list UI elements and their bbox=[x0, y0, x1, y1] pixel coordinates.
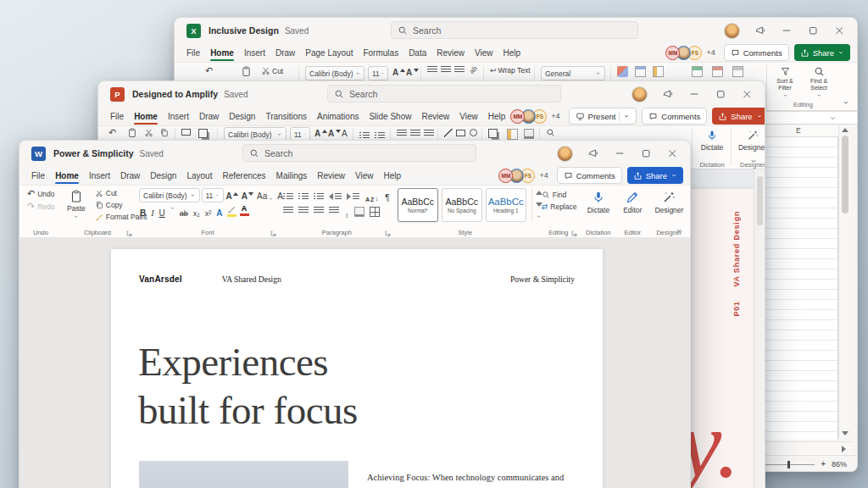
decrease-indent-button[interactable] bbox=[329, 190, 342, 203]
share-button[interactable]: Share bbox=[627, 167, 683, 184]
tab-view[interactable]: View bbox=[454, 107, 483, 125]
paste-button[interactable] bbox=[241, 66, 252, 77]
ppt-search-input[interactable] bbox=[349, 89, 554, 99]
grow-font-button[interactable]: A bbox=[225, 188, 239, 202]
ribbon-collapse-chevron[interactable] bbox=[675, 226, 683, 235]
align-right-button[interactable] bbox=[314, 207, 324, 214]
tab-home[interactable]: Home bbox=[129, 107, 163, 125]
tab-review[interactable]: Review bbox=[312, 166, 350, 185]
numbering-button[interactable] bbox=[298, 190, 309, 203]
shrink-font-button[interactable]: A bbox=[405, 66, 420, 80]
tab-home[interactable]: Home bbox=[205, 43, 239, 62]
tab-animations[interactable]: Animations bbox=[312, 107, 364, 125]
tab-help[interactable]: Help bbox=[498, 43, 526, 62]
replace-button[interactable]: ⇄Replace bbox=[540, 202, 577, 212]
scroll-down-arrow[interactable] bbox=[842, 431, 849, 435]
dictate-button[interactable]: Dictate bbox=[698, 129, 726, 152]
designer-button[interactable]: Designer bbox=[737, 129, 765, 152]
document-page[interactable]: VanArsdel VA Shared Design Power & Simpl… bbox=[111, 249, 603, 488]
orientation-button[interactable]: ab bbox=[470, 66, 477, 74]
comments-button[interactable]: Comments bbox=[642, 108, 707, 125]
align-right-button[interactable] bbox=[424, 130, 434, 137]
arrange-button[interactable] bbox=[488, 129, 498, 138]
ribbon-collapse-chevron[interactable] bbox=[842, 98, 850, 107]
editor-button[interactable]: Editor bbox=[620, 190, 645, 215]
tab-home[interactable]: Home bbox=[50, 166, 84, 185]
clear-formatting-button[interactable]: A bbox=[341, 127, 348, 141]
line-spacing-button[interactable]: ↕ bbox=[344, 207, 349, 220]
dictate-button[interactable]: Dictate bbox=[584, 190, 613, 215]
bullets-button[interactable] bbox=[283, 190, 293, 203]
align-center-button[interactable] bbox=[410, 130, 420, 137]
collaborator-badge[interactable]: MM bbox=[510, 109, 525, 124]
sort-filter-button[interactable]: Sort & Filter bbox=[771, 66, 799, 98]
tab-draw[interactable]: Draw bbox=[194, 107, 224, 125]
share-button[interactable]: Share bbox=[712, 108, 765, 125]
font-size-select[interactable]: 11 bbox=[368, 66, 388, 80]
shrink-font-button[interactable]: A bbox=[241, 188, 254, 202]
dialog-launcher-icon[interactable] bbox=[571, 230, 577, 236]
format-cells-button[interactable] bbox=[732, 66, 743, 77]
format-as-table-button[interactable] bbox=[635, 66, 646, 77]
subscript-button[interactable]: x₂ bbox=[192, 205, 201, 219]
tab-design[interactable]: Design bbox=[224, 107, 260, 125]
word-app-icon[interactable]: W bbox=[31, 147, 46, 161]
find-select-button[interactable]: Find & Select bbox=[804, 66, 833, 98]
close-button[interactable] bbox=[741, 88, 753, 100]
quick-styles-button[interactable] bbox=[507, 129, 518, 140]
comments-button[interactable]: Comments bbox=[724, 44, 789, 61]
grow-font-button[interactable]: A bbox=[392, 66, 406, 80]
ribbon-collapse-chevron[interactable] bbox=[749, 157, 758, 165]
maximize-button[interactable] bbox=[807, 25, 819, 36]
tab-layout[interactable]: Layout bbox=[181, 166, 217, 185]
tab-formulas[interactable]: Formulas bbox=[358, 43, 403, 62]
number-format-select[interactable]: General bbox=[541, 66, 605, 80]
tab-insert[interactable]: Insert bbox=[239, 43, 270, 62]
tab-file[interactable]: File bbox=[105, 107, 129, 125]
tab-page-layout[interactable]: Page Layout bbox=[300, 43, 358, 62]
minimize-button[interactable] bbox=[781, 25, 793, 36]
tab-view[interactable]: View bbox=[350, 166, 379, 185]
maximize-button[interactable] bbox=[640, 147, 652, 159]
undo-button[interactable]: ↶Undo bbox=[25, 188, 56, 199]
scrollbar-thumb[interactable] bbox=[757, 176, 763, 225]
cut-button[interactable]: Cut bbox=[261, 66, 283, 75]
dialog-launcher-icon[interactable] bbox=[126, 230, 132, 236]
tab-draw[interactable]: Draw bbox=[270, 43, 300, 62]
tab-mailings[interactable]: Mailings bbox=[271, 166, 313, 185]
font-size-select[interactable]: 11 bbox=[202, 188, 224, 202]
tab-draw[interactable]: Draw bbox=[115, 166, 145, 185]
slide-scrollbar[interactable] bbox=[754, 169, 765, 488]
paste-button[interactable]: Paste bbox=[63, 188, 90, 221]
tab-transitions[interactable]: Transitions bbox=[260, 107, 312, 125]
tab-review[interactable]: Review bbox=[416, 107, 454, 125]
delete-cells-button[interactable] bbox=[712, 66, 723, 77]
collaborator-badge[interactable]: MM bbox=[665, 46, 680, 60]
shading-button[interactable] bbox=[354, 207, 364, 217]
comments-button[interactable]: Comments bbox=[557, 167, 622, 184]
font-color-button[interactable]: A bbox=[240, 205, 249, 216]
cell-styles-button[interactable] bbox=[653, 66, 664, 77]
zoom-slider-handle[interactable] bbox=[787, 461, 790, 469]
tab-slide-show[interactable]: Slide Show bbox=[364, 107, 416, 125]
tab-insert[interactable]: Insert bbox=[163, 107, 194, 125]
excel-user-avatar[interactable] bbox=[724, 23, 740, 39]
cut-button[interactable] bbox=[144, 128, 153, 137]
tab-data[interactable]: Data bbox=[403, 43, 431, 62]
strikethrough-button[interactable]: ab bbox=[179, 205, 189, 219]
tab-help[interactable]: Help bbox=[483, 107, 511, 125]
excel-app-icon[interactable]: X bbox=[186, 24, 201, 38]
zoom-level[interactable]: 86% bbox=[832, 460, 847, 469]
scrollbar-thumb[interactable] bbox=[842, 136, 849, 214]
change-case-button[interactable]: Aa bbox=[256, 188, 275, 202]
highlight-button[interactable] bbox=[227, 205, 236, 217]
redo-button[interactable]: ↷Redo bbox=[25, 201, 56, 212]
powerpoint-app-icon[interactable]: P bbox=[110, 87, 125, 102]
column-header-e[interactable]: E bbox=[796, 126, 801, 135]
collaborator-overflow-count[interactable]: +4 bbox=[551, 112, 559, 120]
shrink-font-button[interactable]: A bbox=[327, 127, 342, 141]
collaborator-badge[interactable]: MM bbox=[498, 169, 513, 183]
undo-button[interactable]: ↶ bbox=[108, 128, 116, 137]
excel-search-box[interactable] bbox=[391, 21, 638, 39]
sort-button[interactable]: AZ↓ bbox=[364, 190, 379, 203]
